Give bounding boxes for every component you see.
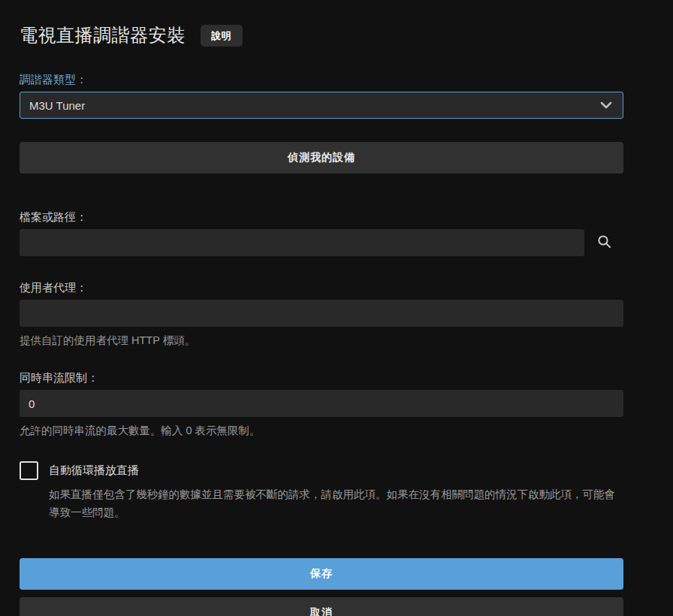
tuner-type-label: 調諧器類型：	[20, 73, 623, 87]
user-agent-help-text: 提供自訂的使用者代理 HTTP 標頭。	[20, 333, 623, 349]
file-path-input[interactable]	[20, 229, 584, 256]
page-title: 電視直播調諧器安裝	[20, 23, 186, 47]
live-tv-tuner-setup-page: 電視直播調諧器安裝 說明 調諧器類型： M3U Tuner 偵測我的設備 檔案或…	[0, 0, 623, 616]
file-path-label: 檔案或路徑：	[20, 210, 623, 225]
stream-limit-label: 同時串流限制：	[20, 371, 623, 385]
stream-limit-input[interactable]	[20, 390, 623, 417]
detect-devices-button[interactable]: 偵測我的設備	[20, 142, 623, 174]
tuner-type-selected-value: M3U Tuner	[29, 99, 85, 112]
page-header: 電視直播調諧器安裝 說明	[20, 23, 623, 48]
save-button[interactable]: 保存	[20, 558, 623, 590]
loop-stream-checkbox[interactable]	[20, 461, 38, 480]
tuner-type-select[interactable]: M3U Tuner	[20, 92, 623, 119]
file-path-field: 檔案或路徑：	[20, 210, 623, 256]
loop-stream-checkbox-label: 自動循環播放直播	[49, 464, 139, 478]
loop-stream-field: 自動循環播放直播 如果直播僅包含了幾秒鐘的數據並且需要被不斷的請求，請啟用此項。…	[20, 461, 623, 522]
user-agent-input[interactable]	[20, 300, 623, 327]
stream-limit-help-text: 允許的同時串流的最大數量。輸入 0 表示無限制。	[20, 423, 623, 439]
stream-limit-field: 同時串流限制： 允許的同時串流的最大數量。輸入 0 表示無限制。	[20, 371, 623, 439]
cancel-button[interactable]: 取消	[20, 597, 623, 616]
tuner-type-field: 調諧器類型： M3U Tuner	[20, 73, 623, 119]
loop-stream-help-text: 如果直播僅包含了幾秒鐘的數據並且需要被不斷的請求，請啟用此項。如果在沒有相關問題…	[49, 485, 621, 522]
browse-button[interactable]	[584, 229, 623, 256]
help-button[interactable]: 說明	[201, 25, 243, 47]
user-agent-field: 使用者代理： 提供自訂的使用者代理 HTTP 標頭。	[20, 281, 623, 349]
chevron-down-icon	[600, 101, 612, 109]
user-agent-label: 使用者代理：	[20, 281, 623, 295]
search-icon	[596, 234, 612, 252]
